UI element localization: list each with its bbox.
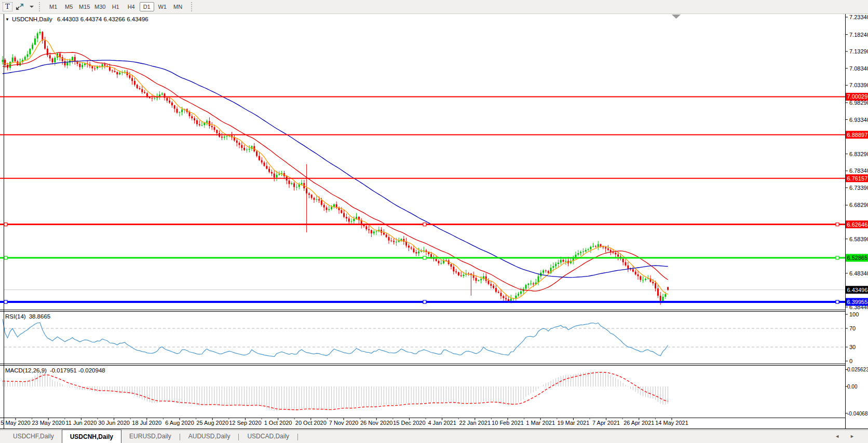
timeframe-button-m30[interactable]: M30 <box>93 2 107 11</box>
rsi-scale-label: 30 <box>849 344 856 350</box>
date-label: 6 Aug 2020 <box>165 420 194 426</box>
tab-scroll-arrows: ◄ ► <box>835 434 855 439</box>
timeframe-button-m5[interactable]: M5 <box>62 2 76 11</box>
macd-histogram <box>3 371 668 411</box>
timeframe-button-d1[interactable]: D1 <box>140 2 154 11</box>
line-selection-handle[interactable] <box>836 256 839 259</box>
line-price-label: 6.88897 <box>847 132 868 138</box>
timeframe-button-h1[interactable]: H1 <box>108 2 123 11</box>
date-label: 7 Nov 2020 <box>329 420 358 426</box>
tab-scroll-left-icon[interactable]: ◄ <box>835 434 839 439</box>
line-selection-handle[interactable] <box>836 300 839 303</box>
text-tool-icon: T <box>3 2 12 11</box>
tab-separator <box>238 434 239 440</box>
line-price-label: 7.00029 <box>847 93 868 100</box>
line-selection-handle[interactable] <box>4 223 7 226</box>
timeframe-button-w1[interactable]: W1 <box>155 2 170 11</box>
date-label: 26 Apr 2021 <box>623 420 654 426</box>
date-label: 23 May 2020 <box>32 420 65 426</box>
line-selection-handle[interactable] <box>423 223 426 226</box>
macd-scale-label: 0.00 <box>847 384 858 390</box>
timeframe-toolbar: M1M5M15M30H1H4D1W1MN <box>46 2 186 11</box>
arrange-dropdown-button[interactable] <box>27 2 34 12</box>
terminal-window: { "toolbar": { "text_tool_glyph": "T", "… <box>0 0 868 443</box>
price-tick-label: 7.08340 <box>849 65 868 72</box>
price-tick-label: 7.23340 <box>849 14 868 20</box>
arrange-tool-button[interactable] <box>15 2 24 12</box>
line-selection-handle[interactable] <box>836 223 839 226</box>
timeframe-button-mn[interactable]: MN <box>171 2 185 11</box>
date-label: 1 Mar 2021 <box>526 420 555 426</box>
moving-average-medium <box>3 52 668 291</box>
price-tick-label: 6.83290 <box>849 151 868 157</box>
chart-shift-marker[interactable] <box>672 15 681 19</box>
date-label: 11 Jun 2020 <box>66 420 97 426</box>
chart-tab-eurusd[interactable]: EURUSD,Daily <box>121 430 179 443</box>
price-tick-label: 7.18240 <box>849 32 868 38</box>
date-label: 12 Sep 2020 <box>229 420 261 426</box>
date-label: 5 May 2020 <box>1 420 30 426</box>
macd-label-line: MACD(12,26,9)-0.017951 -0.020948 <box>5 367 105 373</box>
price-tick-label: 6.78340 <box>849 168 868 174</box>
chart-tab-usdcad[interactable]: USDCAD,Daily <box>239 430 297 443</box>
date-label: 4 Jan 2021 <box>428 420 456 426</box>
timeframe-button-m15[interactable]: M15 <box>77 2 92 11</box>
candlestick-series <box>2 29 669 305</box>
macd-indicator-name: MACD(12,26,9) <box>5 367 47 373</box>
price-tick-label: 6.68290 <box>849 202 868 208</box>
tab-separator <box>297 434 298 440</box>
line-selection-handle[interactable] <box>4 256 7 259</box>
symbol-title: USDCNH,Daily <box>12 16 52 22</box>
timeframe-button-m1[interactable]: M1 <box>46 2 61 11</box>
date-label: 22 Jan 2021 <box>459 420 491 426</box>
chart-tab-usdcnh[interactable]: USDCNH,Daily <box>62 430 121 443</box>
chart-tab-audusd[interactable]: AUDUSD,Daily <box>181 430 238 443</box>
date-label: 18 Jul 2020 <box>132 420 161 426</box>
rsi-value: 38.8665 <box>29 313 51 320</box>
rsi-scale-label: 0 <box>849 358 852 364</box>
moving-average-slow <box>3 60 668 278</box>
macd-values: -0.017951 -0.020948 <box>50 367 105 373</box>
date-label: 20 Oct 2020 <box>295 420 327 426</box>
timeframe-button-h4[interactable]: H4 <box>124 2 139 11</box>
line-price-label: 6.76157 <box>847 175 868 182</box>
rsi-label-line: RSI(14)38.8665 <box>5 313 50 320</box>
text-tool-button[interactable]: T <box>3 2 12 12</box>
price-tick-label: 6.73390 <box>849 185 868 191</box>
line-price-label: 6.62646 <box>847 222 868 228</box>
tab-separator <box>180 434 180 440</box>
chart-title-line: ▼USDCNH,Daily6.44303 6.44374 6.43266 6.4… <box>5 16 148 22</box>
chevron-down-icon <box>30 6 34 8</box>
chart-tab-bar: USDCHF,DailyUSDCNH,DailyEURUSD,DailyAUDU… <box>0 430 868 443</box>
macd-scale-label: -0.040687 <box>847 411 868 417</box>
line-selection-handle[interactable] <box>423 256 426 259</box>
price-tick-label: 7.13290 <box>849 48 868 54</box>
current-price-label: 6.43496 <box>847 287 868 293</box>
date-label: 15 Dec 2020 <box>393 420 425 426</box>
date-label: 30 Jun 2020 <box>98 420 130 426</box>
date-label: 7 Apr 2021 <box>592 420 620 426</box>
chart-canvas[interactable]: 7.233407.182407.132907.083407.033906.982… <box>0 0 868 443</box>
ohlc-values: 6.44303 6.44374 6.43266 6.43496 <box>57 16 148 22</box>
date-label: 10 Feb 2021 <box>492 420 524 426</box>
price-tick-label: 6.93340 <box>849 117 868 123</box>
date-label: 26 Nov 2020 <box>360 420 392 426</box>
macd-scale-label: 0.025623 <box>847 367 868 372</box>
line-price-label: 6.52865 <box>847 255 868 261</box>
tab-scroll-right-icon[interactable]: ► <box>850 434 855 439</box>
line-selection-handle[interactable] <box>423 300 426 303</box>
rsi-scale-label: 70 <box>849 325 856 331</box>
price-tick-label: 7.03390 <box>849 82 868 88</box>
top-toolbar: T M1M5M15M30H1H4D1W1MN <box>0 0 868 14</box>
toolbar-separator <box>39 2 42 11</box>
toolbar-separator-2 <box>191 2 194 11</box>
price-tick-label: 6.48340 <box>849 270 868 276</box>
date-label: 25 Aug 2020 <box>196 420 228 426</box>
price-tick-label: 6.58390 <box>849 236 868 242</box>
chart-tab-usdchf[interactable]: USDCHF,Daily <box>5 430 62 443</box>
line-selection-handle[interactable] <box>4 300 7 303</box>
date-label: 19 Mar 2021 <box>558 420 590 426</box>
diagonal-arrows-icon <box>15 3 24 11</box>
collapse-triangle-icon[interactable]: ▼ <box>5 17 9 22</box>
date-label: 1 Oct 2020 <box>264 420 292 426</box>
